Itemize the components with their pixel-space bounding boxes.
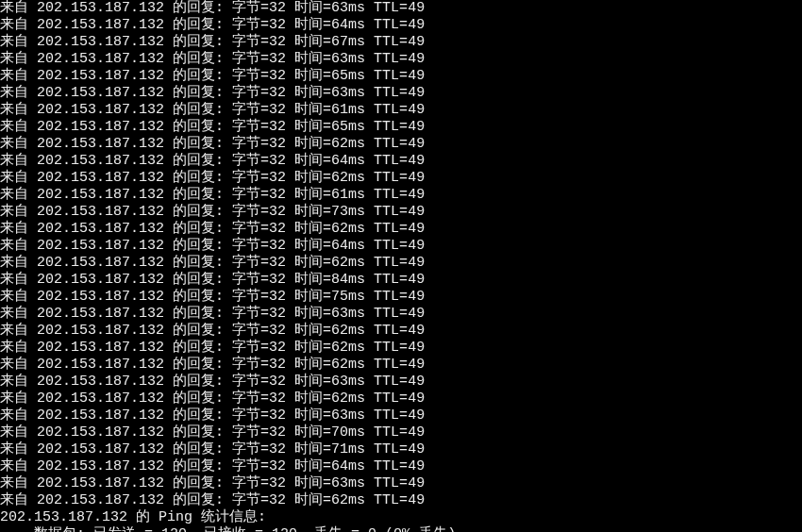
ping-reply-line: 来自 202.153.187.132 的回复: 字节=32 时间=73ms TT… [0,204,802,221]
reply-bytes: 32 [269,170,286,186]
reply-mid1: 的回复: 字节= [164,0,269,16]
reply-bytes: 32 [269,68,286,84]
reply-prefix: 来自 [0,136,37,152]
reply-mid1: 的回复: 字节= [164,340,269,356]
reply-mid1: 的回复: 字节= [164,51,269,67]
reply-mid1: 的回复: 字节= [164,289,269,305]
reply-mid3: ms TTL= [348,85,408,101]
reply-mid3: ms TTL= [348,458,408,474]
reply-ttl: 49 [408,0,425,16]
reply-prefix: 来自 [0,306,37,322]
reply-time: 62 [331,255,348,271]
reply-ttl: 49 [408,441,425,457]
reply-mid1: 的回复: 字节= [164,170,269,186]
reply-prefix: 来自 [0,407,37,424]
reply-mid2: 时间= [286,492,331,508]
reply-mid3: ms TTL= [348,221,408,237]
reply-bytes: 32 [269,204,286,220]
reply-mid2: 时间= [286,374,331,390]
reply-time: 62 [331,221,348,237]
reply-bytes: 32 [269,357,286,373]
reply-mid3: ms TTL= [348,136,408,152]
reply-ttl: 49 [408,272,425,288]
ping-packets-line: 数据包: 已发送 = 120, 已接收 = 120, 丢失 = 0 (0% 丢失… [0,526,802,532]
reply-bytes: 32 [269,221,286,237]
reply-time: 64 [331,238,348,254]
reply-time: 62 [331,136,348,152]
reply-ttl: 49 [408,289,425,305]
reply-time: 64 [331,458,348,474]
reply-ip: 202.153.187.132 [37,357,164,373]
reply-mid1: 的回复: 字节= [164,441,269,457]
reply-mid2: 时间= [286,255,331,271]
reply-ip: 202.153.187.132 [37,119,164,135]
reply-time: 63 [331,374,348,390]
reply-time: 61 [331,187,348,203]
packets-label-loss-open: ( [376,526,393,532]
packets-label-prefix: 数据包: 已发送 = [0,526,161,532]
reply-ttl: 49 [408,407,425,424]
reply-ttl: 49 [408,204,425,220]
reply-mid2: 时间= [286,424,331,441]
reply-time: 63 [331,0,348,16]
reply-mid2: 时间= [286,289,331,305]
reply-prefix: 来自 [0,68,37,84]
reply-mid3: ms TTL= [348,0,408,16]
reply-mid3: ms TTL= [348,391,408,407]
reply-mid1: 的回复: 字节= [164,85,269,101]
reply-mid1: 的回复: 字节= [164,204,269,220]
reply-mid2: 时间= [286,407,331,424]
reply-mid2: 时间= [286,119,331,135]
reply-ip: 202.153.187.132 [37,340,164,356]
reply-ip: 202.153.187.132 [37,374,164,390]
reply-time: 62 [331,170,348,186]
reply-mid2: 时间= [286,102,331,118]
reply-mid2: 时间= [286,238,331,254]
reply-bytes: 32 [269,340,286,356]
reply-bytes: 32 [269,51,286,67]
reply-prefix: 来自 [0,357,37,373]
reply-mid3: ms TTL= [348,119,408,135]
reply-prefix: 来自 [0,272,37,288]
reply-bytes: 32 [269,289,286,305]
ping-reply-line: 来自 202.153.187.132 的回复: 字节=32 时间=62ms TT… [0,323,802,340]
ping-reply-line: 来自 202.153.187.132 的回复: 字节=32 时间=64ms TT… [0,238,802,255]
ping-reply-line: 来自 202.153.187.132 的回复: 字节=32 时间=62ms TT… [0,170,802,187]
reply-mid2: 时间= [286,187,331,203]
reply-prefix: 来自 [0,255,37,271]
reply-mid3: ms TTL= [348,441,408,457]
reply-prefix: 来自 [0,374,37,390]
reply-time: 62 [331,357,348,373]
reply-ttl: 49 [408,34,425,50]
ping-reply-line: 来自 202.153.187.132 的回复: 字节=32 时间=62ms TT… [0,255,802,272]
ping-reply-line: 来自 202.153.187.132 的回复: 字节=32 时间=65ms TT… [0,68,802,85]
reply-mid3: ms TTL= [348,51,408,67]
reply-prefix: 来自 [0,221,37,237]
ping-reply-line: 来自 202.153.187.132 的回复: 字节=32 时间=71ms TT… [0,441,802,458]
reply-mid1: 的回复: 字节= [164,17,269,33]
reply-bytes: 32 [269,424,286,441]
reply-ip: 202.153.187.132 [37,475,164,491]
reply-bytes: 32 [269,441,286,457]
reply-time: 67 [331,34,348,50]
ping-reply-line: 来自 202.153.187.132 的回复: 字节=32 时间=64ms TT… [0,458,802,475]
ping-reply-line: 来自 202.153.187.132 的回复: 字节=32 时间=70ms TT… [0,424,802,441]
reply-mid1: 的回复: 字节= [164,407,269,424]
reply-bytes: 32 [269,187,286,203]
ping-reply-line: 来自 202.153.187.132 的回复: 字节=32 时间=64ms TT… [0,17,802,34]
reply-time: 75 [331,289,348,305]
reply-prefix: 来自 [0,187,37,203]
reply-ttl: 49 [408,68,425,84]
reply-mid1: 的回复: 字节= [164,475,269,491]
reply-ip: 202.153.187.132 [37,238,164,254]
ping-reply-line: 来自 202.153.187.132 的回复: 字节=32 时间=64ms TT… [0,153,802,170]
reply-bytes: 32 [269,306,286,322]
reply-ttl: 49 [408,221,425,237]
reply-mid2: 时间= [286,85,331,101]
reply-mid2: 时间= [286,323,331,339]
reply-ip: 202.153.187.132 [37,187,164,203]
reply-ip: 202.153.187.132 [37,0,164,16]
reply-ttl: 49 [408,357,425,373]
reply-bytes: 32 [269,374,286,390]
ping-reply-line: 来自 202.153.187.132 的回复: 字节=32 时间=62ms TT… [0,136,802,153]
